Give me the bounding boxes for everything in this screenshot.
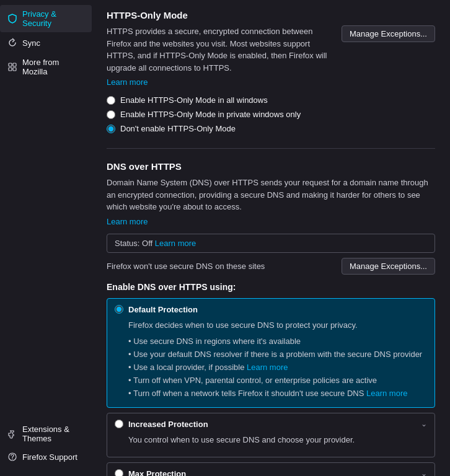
svg-rect-0 <box>9 63 12 66</box>
svg-rect-3 <box>13 68 16 71</box>
help-icon <box>7 452 17 462</box>
dns-radio-default[interactable] <box>115 305 123 314</box>
dns-bullet-1: Use secure DNS in regions where it's ava… <box>128 335 427 348</box>
chevron-down-icon-max: ⌄ <box>421 469 427 476</box>
https-option-dont[interactable]: Don't enable HTTPS-Only Mode <box>107 121 332 136</box>
dns-bullet-3: Use a local provider, if possible Learn … <box>128 361 427 374</box>
https-radio-private[interactable] <box>107 110 115 119</box>
dns-bullet-2: Use your default DNS resolver if there i… <box>128 348 427 361</box>
dns-card-increased-header-left: Increased Protection <box>115 420 208 429</box>
sync-icon <box>7 38 17 48</box>
dns-card-increased: Increased Protection ⌄ You control when … <box>107 413 435 457</box>
dns-card-default: Default Protection Firefox decides when … <box>107 298 435 408</box>
sidebar-item-label: Firefox Support <box>22 452 77 462</box>
sidebar-item-label: Privacy & Security <box>22 9 84 28</box>
dns-card-increased-header[interactable]: Increased Protection ⌄ <box>107 413 435 435</box>
https-option-all-label: Enable HTTPS-Only Mode in all windows <box>120 95 268 105</box>
dns-card-max: Max Protection ⌄ Firefox will always use… <box>107 462 435 477</box>
https-title: HTTPS-Only Mode <box>107 10 435 20</box>
sidebar-item-mozilla[interactable]: More from Mozilla <box>0 53 92 81</box>
puzzle-icon <box>7 429 17 439</box>
dns-manage-exceptions-button[interactable]: Manage Exceptions... <box>342 258 435 275</box>
dns-learn-more[interactable]: Learn more <box>107 217 148 226</box>
dns-status-label: Status: Off <box>115 239 155 248</box>
dns-default-bullets: Use secure DNS in regions where it's ava… <box>128 335 427 400</box>
mozilla-icon <box>7 62 17 72</box>
dns-increased-label: Increased Protection <box>128 420 208 429</box>
dns-bullet-4: Turn off when VPN, parental control, or … <box>128 374 427 387</box>
https-section: HTTPS-Only Mode HTTPS provides a secure,… <box>107 10 435 136</box>
dns-bullet-5: Turn off when a network tells Firefox it… <box>128 387 427 400</box>
https-learn-more[interactable]: Learn more <box>107 77 148 87</box>
dns-bullet-5-learn-more[interactable]: Learn more <box>366 389 407 398</box>
dns-section: DNS over HTTPS Domain Name System (DNS) … <box>107 161 435 476</box>
https-options: HTTPS provides a secure, encrypted conne… <box>107 25 332 136</box>
dns-desc: Domain Name System (DNS) over HTTPS send… <box>107 177 435 213</box>
dns-card-max-header[interactable]: Max Protection ⌄ <box>107 463 435 477</box>
dns-max-label: Max Protection <box>128 469 186 477</box>
svg-rect-1 <box>13 63 16 66</box>
dns-title: DNS over HTTPS <box>107 161 435 172</box>
dns-status-box: Status: Off Learn more <box>107 234 435 253</box>
sidebar-item-label: Extensions & Themes <box>22 425 84 443</box>
https-manage-exceptions-button[interactable]: Manage Exceptions... <box>342 25 435 42</box>
svg-rect-2 <box>9 68 12 71</box>
https-option-all[interactable]: Enable HTTPS-Only Mode in all windows <box>107 93 332 107</box>
dns-manage-row: Firefox won't use secure DNS on these si… <box>107 258 435 275</box>
https-radio-dont[interactable] <box>107 125 115 133</box>
dns-card-increased-body: You control when to use secure DNS and c… <box>107 435 435 457</box>
dns-card-default-header-left: Default Protection <box>115 305 198 314</box>
sidebar-item-extensions[interactable]: Extensions & Themes <box>0 420 92 447</box>
dns-status-learn-more[interactable]: Learn more <box>155 239 196 248</box>
dns-radio-increased[interactable] <box>115 420 123 428</box>
chevron-down-icon: ⌄ <box>421 420 427 428</box>
dns-card-default-body: Firefox decides when to use secure DNS t… <box>107 320 435 407</box>
https-desc: HTTPS provides a secure, encrypted conne… <box>107 25 332 74</box>
sidebar-item-label: More from Mozilla <box>22 58 84 76</box>
shield-icon <box>7 14 17 24</box>
dns-card-default-header[interactable]: Default Protection <box>107 299 435 320</box>
dns-radio-max[interactable] <box>115 469 123 476</box>
https-option-private-label: Enable HTTPS-Only Mode in private window… <box>120 110 301 119</box>
sidebar-item-support[interactable]: Firefox Support <box>0 447 92 466</box>
dns-default-desc: Firefox decides when to use secure DNS t… <box>128 320 427 330</box>
dns-bullet-3-learn-more[interactable]: Learn more <box>247 363 288 372</box>
https-radio-all[interactable] <box>107 96 115 105</box>
dns-card-max-header-left: Max Protection <box>115 469 186 477</box>
https-option-private[interactable]: Enable HTTPS-Only Mode in private window… <box>107 107 332 121</box>
dns-no-secure: Firefox won't use secure DNS on these si… <box>107 262 265 271</box>
https-option-dont-label: Don't enable HTTPS-Only Mode <box>120 124 236 133</box>
sidebar-item-privacy-security[interactable]: Privacy & Security <box>0 5 92 32</box>
sidebar-item-sync[interactable]: Sync <box>0 33 92 52</box>
svg-point-5 <box>12 459 13 460</box>
dns-enable-label: Enable DNS over HTTPS using: <box>107 282 435 292</box>
sidebar: Privacy & Security Sync More from Mozill… <box>0 0 92 476</box>
dns-increased-desc: You control when to use secure DNS and c… <box>128 435 427 444</box>
section-divider <box>107 148 435 149</box>
dns-default-label: Default Protection <box>128 305 198 314</box>
sidebar-item-label: Sync <box>22 38 40 48</box>
main-content: HTTPS-Only Mode HTTPS provides a secure,… <box>92 0 450 476</box>
